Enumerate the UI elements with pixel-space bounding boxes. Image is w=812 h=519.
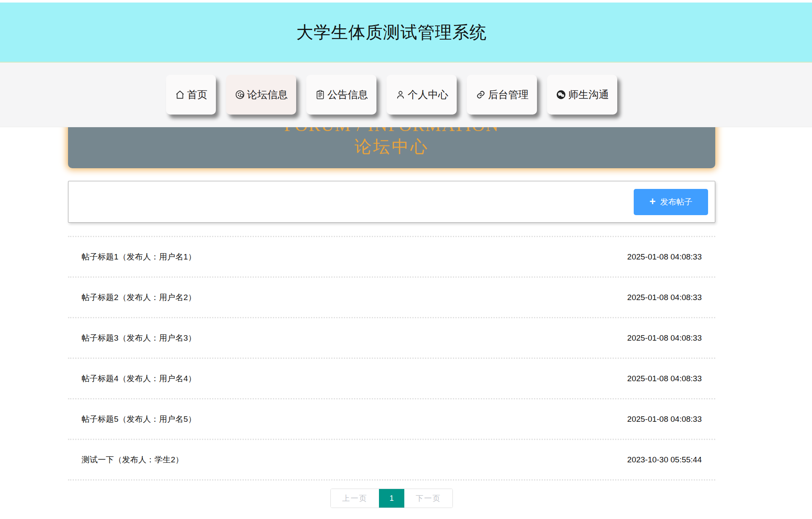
post-title[interactable]: 帖子标题3（发布人：用户名3） — [82, 333, 196, 344]
clipboard-icon — [315, 89, 326, 100]
content: FORUM / INFORMATION 论坛中心 + 发布帖子 帖子标题1（发布… — [68, 101, 715, 508]
post-time: 2025-01-08 04:08:33 — [627, 252, 702, 262]
tab-label: 首页 — [187, 88, 207, 101]
site-header: 大学生体质测试管理系统 — [0, 3, 812, 63]
post-row[interactable]: 帖子标题2（发布人：用户名2）2025-01-08 04:08:33 — [68, 278, 715, 318]
publish-post-button[interactable]: + 发布帖子 — [634, 189, 708, 215]
tab-label: 论坛信息 — [247, 88, 288, 101]
nav-tabs: 首页论坛信息公告信息个人中心后台管理师生沟通 — [68, 63, 715, 127]
home-icon — [174, 89, 185, 100]
post-title[interactable]: 测试一下（发布人：学生2） — [82, 454, 183, 465]
banner-title: 论坛中心 — [68, 138, 715, 155]
post-time: 2025-01-08 04:08:33 — [627, 293, 702, 302]
post-time: 2025-01-08 04:08:33 — [627, 374, 702, 383]
tab-communication[interactable]: 师生沟通 — [547, 75, 617, 115]
user-icon — [395, 89, 406, 100]
tab-announcement[interactable]: 公告信息 — [306, 75, 376, 115]
tab-profile[interactable]: 个人中心 — [387, 75, 457, 115]
post-row[interactable]: 帖子标题4（发布人：用户名4）2025-01-08 04:08:33 — [68, 359, 715, 399]
prev-page-button[interactable]: 上一页 — [331, 489, 379, 508]
post-row[interactable]: 帖子标题5（发布人：用户名5）2025-01-08 04:08:33 — [68, 399, 715, 440]
post-row[interactable]: 帖子标题1（发布人：用户名1）2025-01-08 04:08:33 — [68, 237, 715, 278]
plus-icon: + — [649, 196, 656, 207]
pagination: 上一页 1 下一页 — [330, 489, 453, 508]
main-nav: 首页论坛信息公告信息个人中心后台管理师生沟通 — [0, 63, 812, 127]
post-title[interactable]: 帖子标题4（发布人：用户名4） — [82, 373, 196, 384]
page: 大学生体质测试管理系统 首页论坛信息公告信息个人中心后台管理师生沟通 FORUM… — [0, 0, 812, 508]
current-page-button[interactable]: 1 — [379, 489, 404, 508]
link-icon — [475, 89, 486, 100]
palette-icon — [234, 89, 245, 100]
toolbar: + 发布帖子 — [68, 181, 715, 223]
post-time: 2023-10-30 05:55:44 — [627, 455, 702, 464]
tab-admin[interactable]: 后台管理 — [467, 75, 537, 115]
tab-label: 后台管理 — [488, 88, 529, 101]
publish-post-label: 发布帖子 — [660, 197, 692, 208]
next-page-button[interactable]: 下一页 — [404, 489, 452, 508]
post-time: 2025-01-08 04:08:33 — [627, 333, 702, 343]
post-time: 2025-01-08 04:08:33 — [627, 415, 702, 424]
pagination-wrap: 上一页 1 下一页 — [68, 489, 715, 508]
tab-label: 师生沟通 — [568, 88, 609, 101]
tab-home[interactable]: 首页 — [166, 75, 216, 115]
page-title: 大学生体质测试管理系统 — [68, 21, 715, 44]
tab-label: 个人中心 — [408, 88, 448, 101]
post-title[interactable]: 帖子标题1（发布人：用户名1） — [82, 251, 196, 262]
post-title[interactable]: 帖子标题5（发布人：用户名5） — [82, 414, 196, 425]
post-list: 帖子标题1（发布人：用户名1）2025-01-08 04:08:33帖子标题2（… — [68, 236, 715, 481]
tab-forum[interactable]: 论坛信息 — [226, 75, 296, 115]
post-row[interactable]: 测试一下（发布人：学生2）2023-10-30 05:55:44 — [68, 440, 715, 481]
post-title[interactable]: 帖子标题2（发布人：用户名2） — [82, 292, 196, 303]
tab-label: 公告信息 — [327, 88, 368, 101]
post-row[interactable]: 帖子标题3（发布人：用户名3）2025-01-08 04:08:33 — [68, 318, 715, 359]
wechat-icon — [556, 89, 567, 100]
